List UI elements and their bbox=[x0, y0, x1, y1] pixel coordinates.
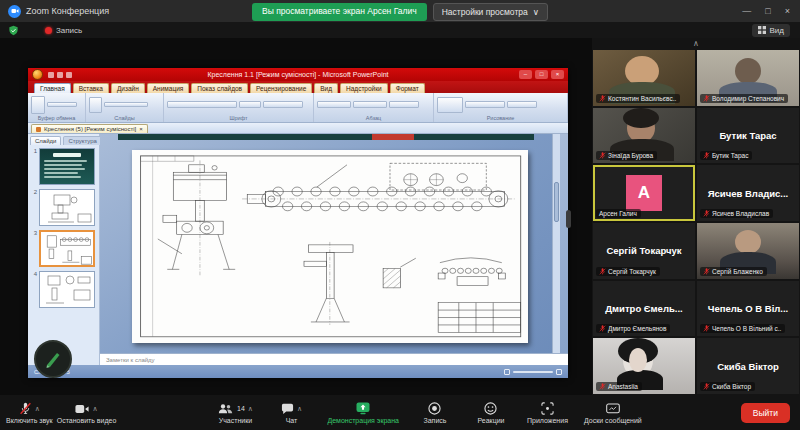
chat-button[interactable]: ∧ Чат bbox=[271, 401, 311, 424]
ribbon-tab-insert[interactable]: Вставка bbox=[73, 83, 109, 93]
ribbon-tab-animation[interactable]: Анимация bbox=[147, 83, 190, 93]
office-button[interactable] bbox=[32, 69, 43, 80]
ppt-maximize-button[interactable]: □ bbox=[535, 70, 548, 79]
current-slide[interactable] bbox=[132, 150, 528, 343]
participant-tile[interactable]: Володимир Степанович bbox=[697, 50, 799, 106]
align-buttons[interactable] bbox=[317, 101, 351, 108]
participant-tile[interactable]: Anastasiia bbox=[593, 338, 695, 394]
record-button[interactable]: Запись bbox=[415, 401, 455, 424]
pane-tab-outline[interactable]: Структура bbox=[63, 136, 101, 145]
powerpoint-title-text: Креслення 1.1 [Режим сумісності] - Micro… bbox=[207, 71, 388, 78]
font-size-combo[interactable] bbox=[239, 101, 261, 108]
ribbon-tab-format[interactable]: Формат bbox=[390, 83, 425, 93]
whiteboards-button[interactable]: Доски сообщений bbox=[584, 401, 642, 424]
engineering-drawing bbox=[132, 150, 528, 343]
shapes-gallery[interactable] bbox=[437, 97, 463, 113]
ppt-close-button[interactable]: × bbox=[551, 70, 564, 79]
leave-meeting-button[interactable]: Выйти bbox=[741, 403, 790, 423]
apps-icon bbox=[541, 402, 554, 415]
participant-tile[interactable]: Ясичев Владис... Ясичев Владислав bbox=[697, 165, 799, 221]
app-title: Zoom Конференция bbox=[0, 5, 109, 18]
collapse-gallery-chevron-icon[interactable]: ∧ bbox=[592, 38, 800, 50]
mic-off-icon bbox=[599, 325, 606, 332]
zoom-title-bar: Zoom Конференция Вы просматриваете экран… bbox=[0, 0, 800, 22]
unmute-button[interactable]: ∧ Включить звук bbox=[6, 401, 53, 424]
mic-off-icon bbox=[703, 95, 710, 102]
ribbon-group-font: Шрифт bbox=[164, 93, 314, 122]
ribbon-tab-home[interactable]: Главная bbox=[34, 83, 71, 93]
recording-indicator[interactable]: Запись bbox=[45, 26, 82, 35]
chat-icon bbox=[281, 403, 294, 415]
slide-thumbnail-3-selected[interactable]: 3 bbox=[30, 230, 97, 267]
powerpoint-window: Креслення 1.1 [Режим сумісності] - Micro… bbox=[28, 68, 568, 378]
paste-button[interactable] bbox=[31, 96, 45, 114]
grid-view-icon bbox=[758, 26, 766, 34]
participants-count: 14 bbox=[237, 405, 245, 412]
close-button[interactable]: × bbox=[785, 6, 790, 16]
stop-video-button[interactable]: ∧ Остановить видео bbox=[57, 401, 117, 424]
font-name-combo[interactable] bbox=[167, 101, 237, 108]
view-settings-dropdown[interactable]: Настройки просмотра ∨ bbox=[433, 3, 548, 21]
participant-tile-presenter[interactable]: А Арсен Галич bbox=[593, 165, 695, 221]
mic-off-icon bbox=[703, 383, 710, 390]
view-button[interactable]: Вид bbox=[752, 24, 790, 37]
red-annotation-mark bbox=[372, 134, 414, 140]
mic-off-icon bbox=[703, 152, 710, 159]
apps-button[interactable]: Приложения bbox=[527, 401, 568, 424]
participant-tile[interactable]: Сергій Токарчук Сергій Токарчук bbox=[593, 223, 695, 279]
ribbon: Буфер обмена Слайды Шрифт Абзац Рисовани… bbox=[28, 93, 568, 123]
smiley-icon bbox=[484, 402, 497, 415]
share-screen-button[interactable]: Демонстрация экрана bbox=[327, 401, 399, 424]
ribbon-tab-design[interactable]: Дизайн bbox=[111, 83, 145, 93]
mic-options-chevron-icon[interactable]: ∧ bbox=[35, 405, 40, 413]
participant-tile[interactable]: Бутик Тарас Бутик Тарас bbox=[697, 108, 799, 164]
ppt-minimize-button[interactable]: – bbox=[519, 70, 532, 79]
participant-tile[interactable]: Скиба Віктор Скиба Віктор bbox=[697, 338, 799, 394]
notes-pane[interactable]: Заметки к слайду bbox=[100, 353, 568, 365]
participant-tile[interactable]: Дмитро Ємель... Дмитро Ємельянов bbox=[593, 281, 695, 337]
participant-tile[interactable]: Сергій Блаженко bbox=[697, 223, 799, 279]
participants-chevron-icon[interactable]: ∧ bbox=[248, 405, 253, 413]
reactions-button[interactable]: Реакции bbox=[471, 401, 511, 424]
mic-off-icon bbox=[599, 383, 606, 390]
minimize-button[interactable]: — bbox=[742, 6, 751, 16]
ribbon-tab-slideshow[interactable]: Показ слайдов bbox=[191, 83, 248, 93]
encryption-shield-icon[interactable] bbox=[8, 25, 19, 36]
ribbon-tab-addins[interactable]: Надстройки bbox=[340, 83, 388, 93]
meeting-info-bar: Запись Вид bbox=[0, 22, 800, 38]
annotation-logo-overlay bbox=[34, 340, 72, 378]
slide-thumbnail-1[interactable]: 1 bbox=[30, 148, 97, 185]
video-options-chevron-icon[interactable]: ∧ bbox=[92, 405, 97, 413]
recording-dot-icon bbox=[45, 27, 52, 34]
new-slide-button[interactable] bbox=[89, 97, 102, 113]
document-tab-close-icon[interactable]: × bbox=[139, 126, 143, 132]
slide-viewport bbox=[100, 134, 568, 353]
shared-screen-area: Креслення 1.1 [Режим сумісності] - Micro… bbox=[0, 38, 592, 395]
chat-chevron-icon[interactable]: ∧ bbox=[297, 405, 302, 413]
participants-button[interactable]: 14 ∧ Участники bbox=[215, 401, 255, 424]
participant-tile[interactable]: Зінаїда Бурова bbox=[593, 108, 695, 164]
slide-scrollbar[interactable] bbox=[552, 134, 560, 353]
share-screen-icon bbox=[356, 402, 370, 415]
ribbon-group-drawing: Рисование bbox=[434, 93, 568, 122]
ribbon-tab-view[interactable]: Вид bbox=[314, 83, 338, 93]
mic-off-icon bbox=[703, 268, 710, 275]
panel-collapse-handle[interactable] bbox=[566, 210, 571, 228]
participant-tile[interactable]: Чепель О В Віл... Чепель О В Вільний с.. bbox=[697, 281, 799, 337]
whiteboard-icon bbox=[606, 403, 620, 415]
mic-off-icon bbox=[599, 152, 606, 159]
participant-tile[interactable]: Костянтин Васильєвс.. bbox=[593, 50, 695, 106]
pane-tab-slides[interactable]: Слайди bbox=[30, 136, 61, 145]
zoom-slider[interactable] bbox=[504, 369, 562, 375]
participants-sidebar: ∧ Костянтин Васильєвс.. Володимир Степан… bbox=[592, 38, 800, 395]
participants-icon bbox=[218, 403, 233, 415]
slide-thumbnail-2[interactable]: 2 bbox=[30, 189, 97, 226]
slides-pane: Слайди Структура 1 bbox=[28, 134, 100, 365]
maximize-button[interactable]: □ bbox=[765, 6, 770, 16]
slide-thumbnail-4[interactable]: 4 bbox=[30, 271, 97, 308]
quick-access-toolbar[interactable] bbox=[48, 72, 72, 78]
ribbon-tab-review[interactable]: Рецензирование bbox=[250, 83, 312, 93]
document-icon bbox=[36, 127, 41, 132]
document-tab[interactable]: Креслення (5) [Режим сумісності] × bbox=[31, 124, 148, 133]
view-button-label: Вид bbox=[770, 26, 784, 35]
